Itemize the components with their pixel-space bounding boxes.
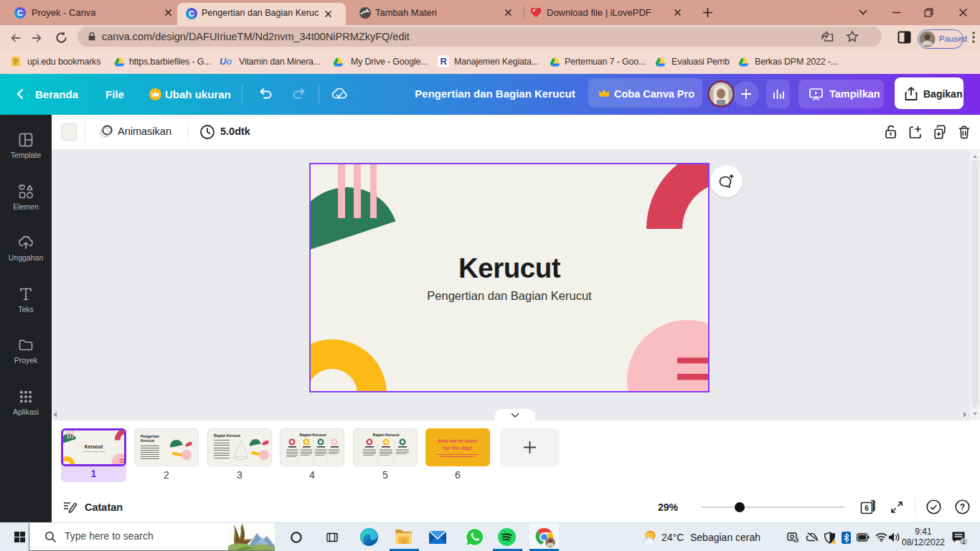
- svg-text:?: ?: [960, 502, 965, 512]
- svg-text:Kerucut: Kerucut: [85, 444, 103, 449]
- svg-text:1: 1: [962, 538, 966, 545]
- svg-text:C: C: [17, 9, 23, 17]
- svg-text:C: C: [189, 9, 194, 18]
- svg-text:R: R: [440, 56, 447, 67]
- svg-text:6: 6: [864, 504, 869, 512]
- svg-text:Kerucut: Kerucut: [458, 253, 561, 283]
- svg-text:Pengertian dan Bagian Kerucut: Pengertian dan Bagian Kerucut: [427, 289, 592, 302]
- svg-text:Pengertian dan Bagian Kerucut: Pengertian dan Bagian Kerucut: [83, 451, 105, 452]
